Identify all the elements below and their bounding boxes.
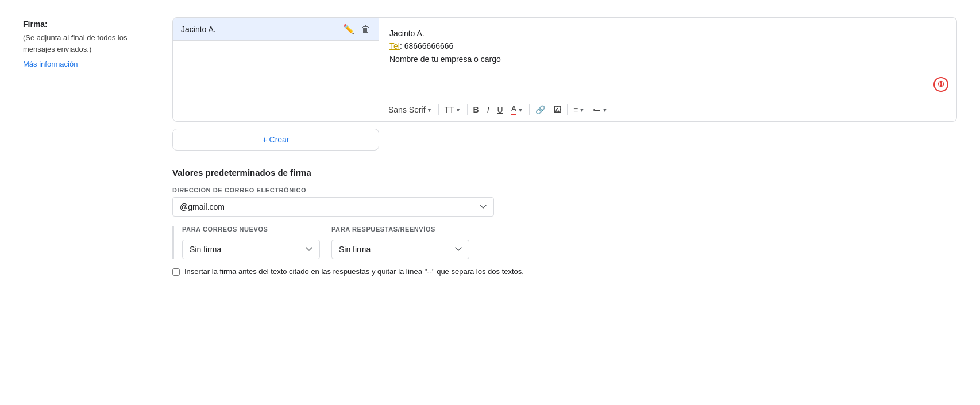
text-color-arrow: ▼ bbox=[518, 107, 523, 113]
delete-icon[interactable]: 🗑 bbox=[361, 24, 371, 34]
signature-item-name: Jacinto A. bbox=[181, 25, 343, 34]
sig-company-line: Nombre de tu empresa o cargo bbox=[389, 53, 946, 65]
toolbar-divider-3 bbox=[529, 104, 530, 115]
font-family-btn[interactable]: Sans Serif ▼ bbox=[385, 103, 436, 117]
font-family-label: Sans Serif bbox=[388, 105, 426, 114]
link-btn[interactable]: 🔗 bbox=[532, 103, 549, 117]
signature-preview[interactable]: Jacinto A. Tel: 68666666666 Nombre de tu… bbox=[379, 18, 956, 98]
font-family-arrow: ▼ bbox=[427, 107, 433, 113]
sig-defaults-row: PARA CORREOS NUEVOS Sin firma Jacinto A.… bbox=[172, 226, 957, 259]
new-emails-select[interactable]: Sin firma Jacinto A. bbox=[182, 240, 320, 259]
sig-name-line: Jacinto A. bbox=[389, 27, 946, 40]
email-field-label: DIRECCIÓN DE CORREO ELECTRÓNICO bbox=[172, 187, 957, 194]
signature-editor: Jacinto A. Tel: 68666666666 Nombre de tu… bbox=[379, 17, 957, 122]
image-btn[interactable]: 🖼 bbox=[550, 103, 565, 117]
firma-label: Firma: bbox=[23, 20, 149, 29]
replies-label: PARA RESPUESTAS/REENVÍOS bbox=[331, 226, 469, 233]
font-size-arrow: ▼ bbox=[456, 107, 461, 113]
list-btn[interactable]: ≔ ▼ bbox=[589, 103, 611, 117]
left-panel: Firma: (Se adjunta al final de todos los… bbox=[23, 17, 149, 68]
signature-row: Jacinto A. ✏️ 🗑 Jacinto A. Tel: 68666666… bbox=[172, 17, 957, 122]
edit-icon[interactable]: ✏️ bbox=[343, 24, 354, 34]
text-color-btn[interactable]: A ▼ bbox=[508, 102, 527, 118]
email-select[interactable]: @gmail.com bbox=[172, 197, 494, 217]
signature-toolbar: Sans Serif ▼ TT ▼ B I bbox=[379, 98, 956, 121]
email-select-wrapper: DIRECCIÓN DE CORREO ELECTRÓNICO @gmail.c… bbox=[172, 187, 957, 217]
new-emails-col: PARA CORREOS NUEVOS Sin firma Jacinto A. bbox=[182, 226, 320, 259]
italic-label: I bbox=[487, 105, 489, 114]
font-size-btn[interactable]: TT ▼ bbox=[441, 103, 465, 117]
bold-label: B bbox=[473, 105, 479, 114]
sig-tel-line: Tel: 68666666666 bbox=[389, 40, 946, 52]
insert-before-quoted-row: Insertar la firma antes del texto citado… bbox=[172, 267, 574, 276]
link-icon: 🔗 bbox=[535, 105, 545, 114]
toolbar-divider-1 bbox=[438, 104, 439, 115]
right-panel: Jacinto A. ✏️ 🗑 Jacinto A. Tel: 68666666… bbox=[172, 17, 957, 276]
create-btn-wrapper: + Crear bbox=[172, 129, 379, 151]
tel-label: Tel bbox=[389, 41, 400, 51]
underline-btn[interactable]: U bbox=[494, 103, 507, 117]
mas-info-link[interactable]: Más información bbox=[23, 60, 78, 68]
toolbar-divider-2 bbox=[467, 104, 468, 115]
insert-before-quoted-checkbox[interactable] bbox=[172, 268, 180, 276]
main-layout: Firma: (Se adjunta al final de todos los… bbox=[23, 17, 957, 276]
list-arrow: ▼ bbox=[602, 107, 608, 113]
text-color-label: A bbox=[511, 104, 516, 115]
underline-label: U bbox=[497, 105, 503, 114]
create-signature-button[interactable]: + Crear bbox=[172, 129, 379, 151]
list-icon: ≔ bbox=[593, 105, 601, 114]
replies-select[interactable]: Sin firma Jacinto A. bbox=[331, 240, 469, 259]
sig-list-empty bbox=[173, 41, 379, 121]
align-btn[interactable]: ≡ ▼ bbox=[570, 103, 588, 117]
new-emails-label: PARA CORREOS NUEVOS bbox=[182, 226, 320, 233]
image-icon: 🖼 bbox=[553, 105, 561, 114]
align-arrow: ▼ bbox=[579, 107, 585, 113]
insert-before-quoted-label: Insertar la firma antes del texto citado… bbox=[184, 267, 524, 276]
bold-btn[interactable]: B bbox=[470, 103, 483, 117]
font-size-label: TT bbox=[445, 105, 454, 114]
signature-item-actions: ✏️ 🗑 bbox=[343, 24, 371, 34]
tel-value: : 68666666666 bbox=[400, 41, 453, 51]
signature-list: Jacinto A. ✏️ 🗑 bbox=[172, 17, 379, 122]
notification-badge: ① bbox=[933, 77, 948, 92]
replies-col: PARA RESPUESTAS/REENVÍOS Sin firma Jacin… bbox=[331, 226, 469, 259]
defaults-title: Valores predeterminados de firma bbox=[172, 168, 957, 178]
defaults-section: Valores predeterminados de firma DIRECCI… bbox=[172, 168, 957, 276]
italic-btn[interactable]: I bbox=[484, 103, 493, 117]
signature-item[interactable]: Jacinto A. ✏️ 🗑 bbox=[173, 18, 379, 41]
firma-desc: (Se adjunta al final de todos los mensaj… bbox=[23, 32, 149, 55]
align-icon: ≡ bbox=[573, 105, 578, 114]
toolbar-divider-4 bbox=[567, 104, 568, 115]
